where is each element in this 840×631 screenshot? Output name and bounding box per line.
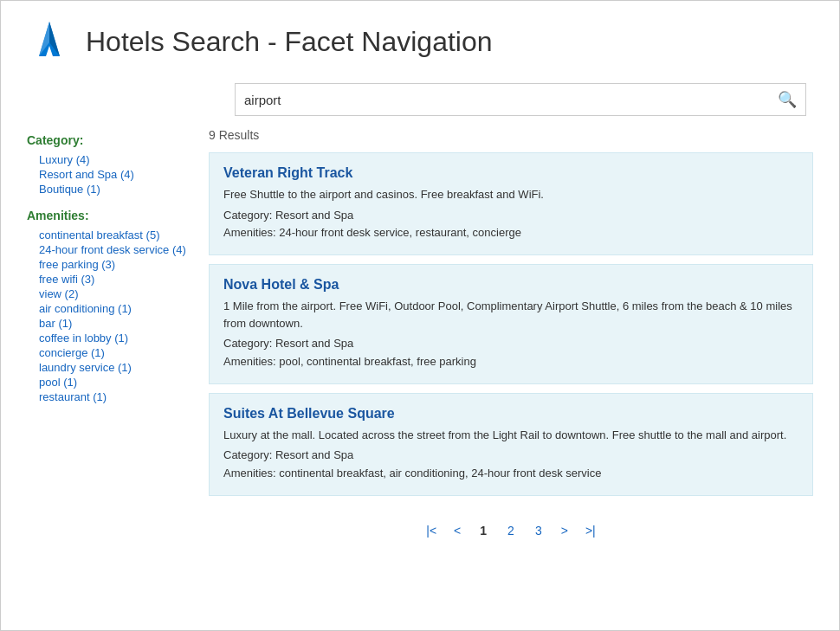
- pagination-next[interactable]: >: [558, 522, 572, 539]
- result-2-amenities-start: Amenities: pool, continental breakfast, …: [223, 355, 476, 368]
- category-label: Category:: [27, 133, 191, 147]
- search-button[interactable]: 🔍: [769, 84, 805, 115]
- facet-continental-breakfast[interactable]: continental breakfast (5): [27, 228, 191, 242]
- facet-laundry-service[interactable]: laundry service (1): [27, 360, 191, 375]
- category-facet-group: Category: Luxury (4) Resort and Spa (4) …: [27, 133, 191, 196]
- result-3-title[interactable]: Suites At Bellevue Square: [223, 406, 798, 422]
- facet-pool[interactable]: pool (1): [27, 375, 191, 390]
- facet-free-wifi[interactable]: free wifi (3): [27, 272, 191, 287]
- facet-luxury[interactable]: Luxury (4): [27, 152, 191, 167]
- search-bar: 🔍: [235, 83, 806, 116]
- facet-coffee-lobby[interactable]: coffee in lobby (1): [27, 331, 191, 345]
- result-1-category: Category: Resort and Spa: [223, 207, 798, 225]
- result-3-amenities: Amenities: continental breakfast, air co…: [223, 465, 798, 483]
- result-item: Suites At Bellevue Square Luxury at the …: [209, 393, 813, 496]
- facet-resort-spa[interactable]: Resort and Spa (4): [27, 167, 191, 182]
- result-item: Veteran Right Track Free Shuttle to the …: [209, 152, 813, 255]
- result-1-amenities-rest: restaurant, concierge: [412, 226, 521, 239]
- facet-24hr-front-desk[interactable]: 24-hour front desk service (4): [27, 242, 191, 257]
- result-3-category: Category: Resort and Spa: [223, 447, 798, 465]
- search-input[interactable]: [236, 84, 769, 115]
- pagination: |< < 1 2 3 > >|: [209, 505, 813, 548]
- result-2-amenities: Amenities: pool, continental breakfast, …: [223, 353, 798, 371]
- header: Hotels Search - Facet Navigation: [1, 1, 839, 74]
- pagination-page-2[interactable]: 2: [502, 522, 520, 539]
- results-area: 9 Results Veteran Right Track Free Shutt…: [209, 125, 839, 548]
- facet-concierge[interactable]: concierge (1): [27, 345, 191, 360]
- results-count: 9 Results: [209, 125, 813, 142]
- result-1-amenities: Amenities: 24-hour front desk service, r…: [223, 224, 798, 242]
- facet-boutique[interactable]: Boutique (1): [27, 182, 191, 196]
- main-layout: Category: Luxury (4) Resort and Spa (4) …: [1, 125, 839, 565]
- page-title: Hotels Search - Facet Navigation: [86, 26, 493, 58]
- result-3-amenities-start: Amenities: continental breakfast,: [223, 467, 386, 480]
- amenities-label: Amenities:: [27, 209, 191, 222]
- pagination-page-1: 1: [475, 522, 492, 539]
- pagination-page-3[interactable]: 3: [530, 522, 547, 539]
- facet-view[interactable]: view (2): [27, 287, 191, 301]
- facet-bar[interactable]: bar (1): [27, 316, 191, 331]
- pagination-last[interactable]: >|: [582, 522, 599, 539]
- result-3-amenities-rest: air conditioning, 24-hour front desk ser…: [386, 467, 602, 480]
- facet-free-parking[interactable]: free parking (3): [27, 257, 191, 272]
- amenities-facet-group: Amenities: continental breakfast (5) 24-…: [27, 209, 191, 404]
- result-2-title[interactable]: Nova Hotel & Spa: [223, 277, 798, 293]
- pagination-prev[interactable]: <: [450, 522, 464, 539]
- facet-restaurant[interactable]: restaurant (1): [27, 390, 191, 404]
- result-item: Nova Hotel & Spa 1 Mile from the airport…: [209, 264, 813, 384]
- facet-air-conditioning[interactable]: air conditioning (1): [27, 301, 191, 316]
- sidebar: Category: Luxury (4) Resort and Spa (4) …: [1, 125, 209, 548]
- logo-icon: [27, 18, 72, 66]
- result-2-description: 1 Mile from the airport. Free WiFi, Outd…: [223, 298, 798, 332]
- pagination-first[interactable]: |<: [423, 522, 440, 539]
- result-3-description: Luxury at the mall. Located across the s…: [223, 427, 798, 444]
- result-1-title[interactable]: Veteran Right Track: [223, 165, 798, 181]
- search-icon: 🔍: [778, 90, 797, 109]
- search-bar-area: 🔍: [1, 74, 839, 125]
- result-1-amenities-start: Amenities: 24-hour front desk service,: [223, 226, 412, 239]
- result-1-description: Free Shuttle to the airport and casinos.…: [223, 186, 798, 203]
- page-wrapper: Hotels Search - Facet Navigation 🔍 Categ…: [0, 0, 840, 631]
- result-2-category: Category: Resort and Spa: [223, 335, 798, 353]
